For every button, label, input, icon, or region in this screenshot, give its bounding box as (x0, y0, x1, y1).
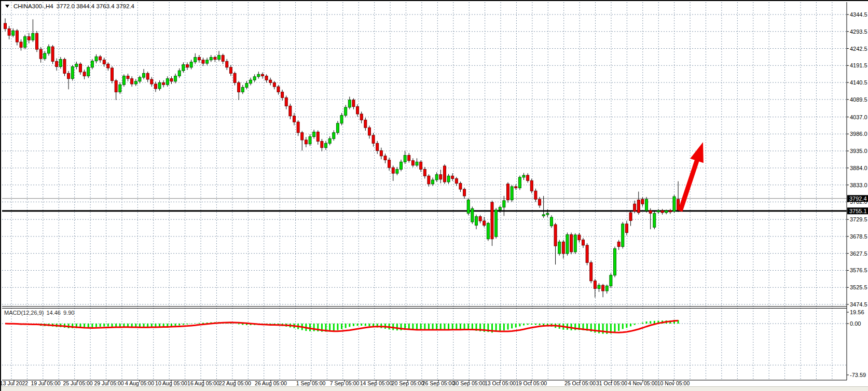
window-footer (1, 386, 868, 391)
candle-body (198, 58, 200, 60)
candle-body (625, 224, 628, 233)
candle-body (297, 122, 299, 133)
price-tick-label: 3525.5 (850, 284, 867, 290)
candle-body (166, 79, 169, 85)
candle-body (420, 162, 422, 169)
candle-body (432, 180, 434, 184)
candle-body (475, 217, 477, 226)
price-lines-layer (2, 199, 847, 211)
candle-body (392, 167, 394, 173)
candle-body (107, 64, 109, 68)
candle-body (530, 180, 533, 191)
candle-body (487, 224, 489, 239)
time-tick-label: 30 Sep 05:00 (453, 380, 486, 386)
time-tick-label: 10 Aug 05:00 (155, 380, 187, 386)
time-tick-label: 1 Sep 05:00 (296, 380, 326, 386)
candle-body (610, 275, 612, 286)
grid-layer (2, 2, 847, 380)
price-tick-label: 4037.0 (850, 114, 867, 120)
chart-title: CHINA300-,H4 3772.0 3844.4 3763.4 3792.4 (5, 3, 134, 10)
candle-body (645, 199, 648, 211)
candle-body (20, 42, 22, 47)
candle-body (340, 115, 343, 123)
symbol-dropdown-icon[interactable] (5, 5, 9, 8)
candle-body (194, 58, 197, 62)
indicator-label: MACD(12,26,9)14.469.90 (4, 310, 77, 316)
candle-body (566, 234, 569, 254)
candle-body (447, 176, 450, 182)
candle-body (380, 150, 382, 156)
chart-canvas[interactable]: 4344.54293.54242.54191.54140.54089.54037… (1, 1, 868, 391)
candle-body (546, 213, 549, 215)
candle-body (301, 133, 304, 140)
candle-body (186, 65, 188, 67)
time-axis: 13 Jul 202219 Jul 05:0025 Jul 05:0029 Ju… (1, 380, 690, 386)
candle-body (229, 67, 232, 74)
time-tick-label: 22 Aug 05:00 (219, 380, 251, 386)
candle-body (250, 80, 252, 83)
time-tick-label: 13 Oct 05:00 (485, 380, 516, 386)
candle-body (305, 140, 307, 144)
candle-body (633, 204, 636, 211)
candle-body (539, 199, 541, 205)
candle-body (47, 47, 50, 53)
candle-body (277, 87, 280, 92)
current-price-badge: 3792.4 (847, 195, 868, 202)
candle-body (182, 65, 185, 71)
candle-body (661, 211, 664, 213)
candle-body (127, 76, 129, 79)
candle-body (309, 136, 311, 144)
candle-body (396, 169, 398, 173)
candle-body (44, 53, 46, 59)
candle-body (451, 176, 454, 178)
candle-body (637, 200, 640, 213)
time-tick-label: 4 Aug 05:00 (125, 380, 154, 386)
price-tick-label: 4191.5 (850, 62, 867, 68)
candle-body (218, 55, 221, 60)
candle-body (16, 31, 18, 42)
candle-body (139, 77, 141, 81)
badge-price-label: 3755.1 (849, 208, 867, 214)
time-tick-label: 13 Jul 2022 (1, 380, 28, 386)
candle-body (416, 162, 418, 165)
candle-body (590, 262, 593, 281)
candle-body (463, 189, 466, 196)
candle-body (281, 92, 284, 97)
candle-body (79, 64, 81, 72)
candle-body (665, 211, 668, 213)
candle-body (455, 178, 458, 183)
candle-body (570, 234, 573, 252)
candle-body (479, 217, 481, 221)
price-tick-label: 3986.0 (850, 131, 867, 137)
candle-body (483, 221, 486, 225)
time-tick-label: 25 Oct 05:00 (564, 380, 596, 386)
candle-body (649, 211, 652, 213)
candle-body (582, 240, 584, 245)
candle-body (467, 200, 470, 214)
candle-body (257, 74, 260, 76)
price-tick-label: 4344.5 (850, 11, 867, 18)
candle-body (59, 59, 62, 66)
candle-body (253, 77, 256, 80)
candle-body (495, 210, 498, 236)
candle-body (75, 64, 78, 66)
candle-body (210, 58, 212, 60)
candle-body (63, 59, 66, 73)
price-tick-label: 4242.5 (850, 46, 867, 52)
candle-body (162, 82, 165, 85)
candle-body (491, 202, 493, 239)
candle-body (345, 107, 347, 115)
time-tick-label: 29 Jul 05:00 (94, 380, 123, 386)
candle-body (657, 211, 659, 212)
candle-body (499, 207, 501, 210)
candle-body (241, 87, 244, 92)
price-tick-label: 4140.5 (850, 79, 867, 86)
candle-body (36, 33, 38, 49)
macd-tick-label: -73.59 (850, 372, 866, 378)
candle-body (316, 132, 319, 141)
candle-body (170, 79, 173, 81)
candle-body (265, 76, 268, 80)
candle-body (131, 79, 133, 84)
candle-body (51, 47, 54, 61)
candle-body (605, 286, 608, 291)
